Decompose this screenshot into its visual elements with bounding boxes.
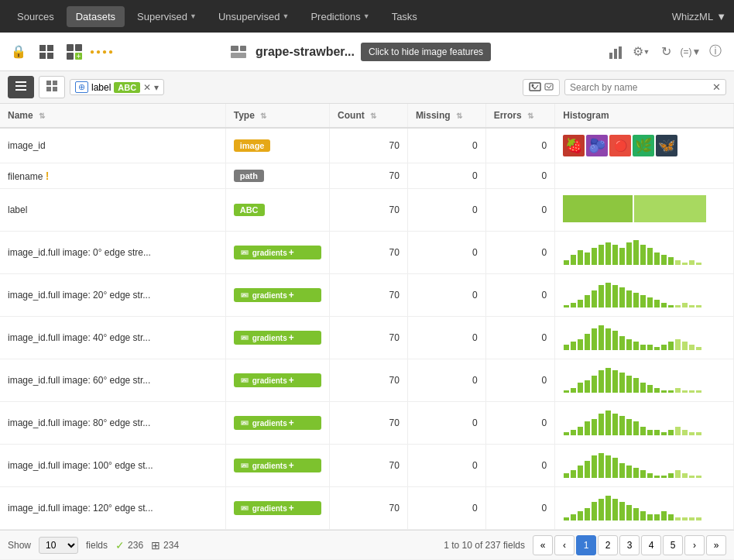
supervised-dropdown-arrow: ▼ [190,12,197,20]
svg-rect-139 [654,430,660,435]
toolbar-right-icons: ⚙ ▼ ↻ (=)▼ ⓘ [605,41,726,63]
svg-rect-183 [640,511,646,520]
col-header-missing[interactable]: Missing ⇅ [407,104,485,128]
svg-rect-87 [612,331,618,350]
filter-tag-expand[interactable]: ▾ [154,82,159,93]
table-row: image_id.full image: 120° edge st... gra… [0,487,734,530]
col-header-errors[interactable]: Errors ⇅ [485,104,555,128]
page-2[interactable]: 2 [598,535,618,555]
svg-rect-3 [47,53,53,59]
svg-rect-13 [614,49,617,59]
svg-rect-111 [619,373,625,393]
dataset-icon[interactable] [228,41,249,63]
supervised-count: ✓ 236 [115,539,143,551]
svg-rect-81 [571,342,576,350]
bottom-bar: Show 10 25 50 100 fields ✓ 236 ⊞ 234 1 t… [0,530,734,559]
filter-tag-type: ABC [114,82,140,93]
search-input[interactable] [570,82,709,93]
row-type: gradients+ [225,317,329,359]
nav-supervised[interactable]: Supervised ▼ [128,6,206,27]
search-clear-icon[interactable]: ✕ [712,81,721,93]
refresh-icon[interactable]: ↻ [655,41,677,63]
type-badge: path [234,170,264,182]
nav-whizzml[interactable]: WhizzML ▼ [672,11,726,22]
show-select[interactable]: 10 25 50 100 [39,537,78,554]
page-prev[interactable]: ‹ [554,535,575,555]
svg-rect-107 [592,376,597,393]
svg-rect-117 [661,390,667,393]
svg-rect-181 [626,505,632,520]
svg-rect-84 [592,328,597,350]
nav-tasks[interactable]: Tasks [382,6,427,27]
page-first[interactable]: « [533,535,553,555]
svg-rect-97 [682,342,688,350]
row-missing: 0 [407,402,485,445]
svg-rect-165 [675,470,681,478]
chart-icon[interactable] [605,41,627,63]
grid-view-button[interactable] [39,76,65,98]
svg-rect-40 [605,242,611,265]
svg-rect-57 [564,305,569,307]
info-icon[interactable]: ⓘ [705,41,726,63]
page-next[interactable]: › [684,535,705,555]
row-type: gradients+ [225,274,329,317]
svg-rect-141 [668,430,674,435]
col-header-name[interactable]: Name ⇅ [0,104,225,128]
filter-tag-remove[interactable]: ✕ [143,82,151,93]
row-name: image_id.full image: 20° edge str... [0,274,225,317]
row-missing: 0 [407,163,485,189]
thumb-strawberry: 🍓 [563,135,585,156]
svg-rect-48 [661,255,667,265]
type-badge: image [234,139,271,152]
code-icon[interactable]: (=)▼ [680,41,701,63]
svg-rect-127 [571,430,576,435]
row-count: 70 [330,359,408,402]
col-header-type[interactable]: Type ⇅ [225,104,329,128]
svg-rect-30 [634,195,706,222]
svg-rect-131 [599,414,604,435]
settings-icon[interactable]: ⚙ ▼ [630,41,652,63]
svg-rect-179 [612,499,618,520]
add-field-icon[interactable]: + [63,41,85,63]
col-header-count[interactable]: Count ⇅ [330,104,408,128]
svg-rect-16 [15,85,26,87]
lock-icon[interactable]: 🔒 [8,41,29,63]
nav-predictions[interactable]: Predictions ▼ [301,6,379,27]
nav-unsupervised[interactable]: Unsupervised ▼ [209,6,298,27]
type-badge: ABC [234,204,265,216]
page-4[interactable]: 4 [641,535,661,555]
grid-icon[interactable] [36,41,57,63]
hide-image-features-tooltip[interactable]: Click to hide image features [361,43,491,61]
svg-rect-26 [545,84,553,90]
page-3[interactable]: 3 [619,535,640,555]
svg-rect-41 [612,245,618,265]
svg-text:+: + [77,52,81,60]
svg-rect-18 [46,81,51,85]
nav-datasets[interactable]: Datasets [67,6,125,27]
svg-rect-85 [599,325,604,350]
svg-rect-53 [696,263,701,265]
list-view-button[interactable] [8,76,34,98]
svg-rect-96 [675,339,681,350]
nav-sources[interactable]: Sources [8,6,63,27]
name-sort-icon: ⇅ [39,112,45,120]
table-row: image_id.full image: 20° edge str... gra… [0,274,734,317]
svg-rect-113 [633,378,639,393]
page-1[interactable]: 1 [576,535,596,555]
image-count: ⊞ 234 [151,539,179,551]
type-sort-icon: ⇅ [260,112,266,120]
page-5[interactable]: 5 [663,535,683,555]
svg-rect-99 [696,347,701,350]
type-badge-gradients: gradients+ [234,373,321,387]
toolbar: 🔒 + ●●●● grape-strawber... Cli [0,33,734,71]
svg-rect-74 [682,303,688,307]
row-histogram [555,445,734,487]
svg-rect-19 [53,81,57,85]
row-errors: 0 [485,487,555,530]
svg-line-28 [549,85,551,88]
image-toggle-button[interactable] [523,79,560,96]
dots-icon[interactable]: ●●●● [91,41,113,63]
row-name: image_id.full image: 60° edge str... [0,359,225,402]
page-last[interactable]: » [706,535,726,555]
svg-rect-163 [661,476,667,478]
